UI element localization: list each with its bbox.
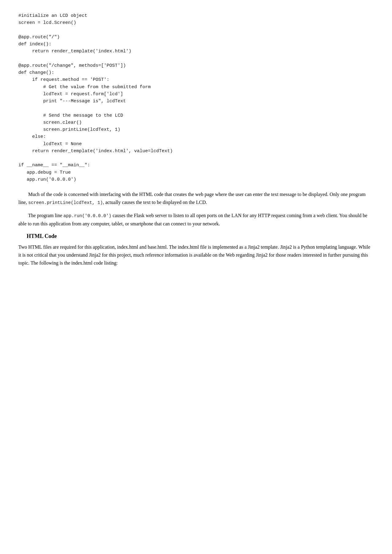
prose-section-2: Two HTML files are required for this app… [18,243,374,267]
inline-code-1: screen.printLine(lcdText, 1) [28,200,103,205]
prose-paragraph-2: The program line app.run('0.0.0.0') caus… [18,212,374,228]
prose-section-1: Much of the code is concerned with inter… [18,190,374,228]
prose-paragraph-1: Much of the code is concerned with inter… [18,190,374,207]
inline-code-2: app.run('0.0.0.0') [63,213,111,218]
prose-paragraph-3: Two HTML files are required for this app… [18,243,374,267]
section-heading-html-code: HTML Code [18,233,374,239]
code-block-1: #initialize an LCD object screen = lcd.S… [18,12,374,183]
